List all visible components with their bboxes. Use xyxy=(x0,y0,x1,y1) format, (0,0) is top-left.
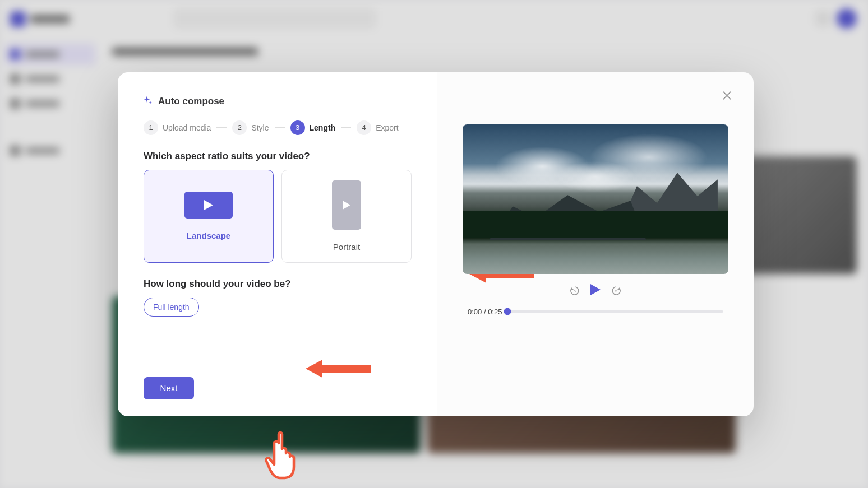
portrait-thumb xyxy=(332,180,361,230)
modal-overlay: Auto compose 1 Upload media 2 Style 3 Le… xyxy=(0,0,868,488)
length-options: Full length xyxy=(144,298,412,317)
modal-title: Auto compose xyxy=(158,96,224,107)
time-display: 0:00 / 0:25 xyxy=(468,308,502,316)
aspect-landscape-card[interactable]: Landscape xyxy=(144,170,274,263)
step-divider xyxy=(275,127,285,128)
step-length[interactable]: 3 Length xyxy=(290,120,336,135)
landscape-thumb xyxy=(184,192,233,219)
step-label: Style xyxy=(251,123,269,132)
step-label: Export xyxy=(376,123,398,132)
play-icon xyxy=(343,201,350,210)
step-label: Length xyxy=(310,123,336,132)
aspect-portrait-card[interactable]: Portrait xyxy=(281,170,412,263)
modal-title-row: Auto compose xyxy=(144,96,412,107)
step-number: 3 xyxy=(290,120,305,135)
playback-controls: 5 5 xyxy=(569,284,622,298)
aspect-landscape-label: Landscape xyxy=(187,231,230,240)
aspect-ratio-question: Which aspect ratio suits your video? xyxy=(144,151,412,162)
next-button[interactable]: Next xyxy=(144,377,194,399)
modal-left-pane: Auto compose 1 Upload media 2 Style 3 Le… xyxy=(118,72,437,416)
close-button[interactable] xyxy=(719,88,735,104)
step-export[interactable]: 4 Export xyxy=(357,120,398,135)
seek-handle[interactable] xyxy=(504,308,511,315)
length-question: How long should your video be? xyxy=(144,278,412,290)
forward-icon: 5 xyxy=(611,285,622,296)
step-label: Upload media xyxy=(163,123,211,132)
timeline: 0:00 / 0:25 xyxy=(463,308,728,316)
play-icon xyxy=(590,284,601,295)
play-button[interactable] xyxy=(590,284,601,298)
annotation-arrow-icon xyxy=(306,357,371,382)
svg-text:5: 5 xyxy=(574,289,576,293)
seek-track[interactable] xyxy=(507,310,723,313)
modal-right-pane: 5 5 0:00 / 0:25 xyxy=(437,72,754,416)
step-divider xyxy=(341,127,351,128)
close-icon xyxy=(723,91,731,100)
step-upload-media[interactable]: 1 Upload media xyxy=(144,120,211,135)
step-divider xyxy=(216,127,227,128)
auto-compose-modal: Auto compose 1 Upload media 2 Style 3 Le… xyxy=(118,72,750,416)
stepper: 1 Upload media 2 Style 3 Length 4 Export xyxy=(144,120,412,135)
step-number: 1 xyxy=(144,120,158,135)
aspect-options: Landscape Portrait xyxy=(144,170,412,263)
svg-text:5: 5 xyxy=(615,289,617,293)
rewind-5-button[interactable]: 5 xyxy=(569,285,580,296)
step-number: 4 xyxy=(357,120,371,135)
sparkle-icon xyxy=(144,96,153,107)
video-preview[interactable] xyxy=(463,124,728,274)
aspect-portrait-label: Portrait xyxy=(333,242,360,252)
length-full-chip[interactable]: Full length xyxy=(144,298,199,317)
forward-5-button[interactable]: 5 xyxy=(611,285,622,296)
rewind-icon: 5 xyxy=(569,285,580,296)
annotation-hand-icon xyxy=(265,431,303,484)
step-style[interactable]: 2 Style xyxy=(232,120,269,135)
play-icon xyxy=(204,200,213,210)
step-number: 2 xyxy=(232,120,247,135)
